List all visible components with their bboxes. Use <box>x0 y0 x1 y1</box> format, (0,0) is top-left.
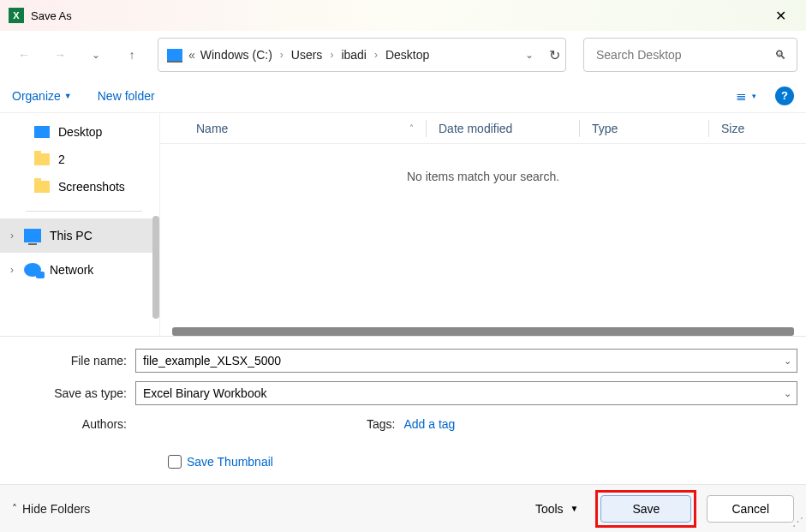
sort-indicator-icon: ˄ <box>409 123 414 133</box>
filename-label: File name: <box>9 354 135 368</box>
search-input[interactable] <box>594 47 774 63</box>
savetype-label: Save as type: <box>9 386 135 400</box>
filename-input[interactable] <box>136 350 778 372</box>
folder-icon <box>34 181 50 193</box>
sidebar-group-network[interactable]: › Network <box>0 253 159 287</box>
tools-menu[interactable]: Tools ▼ <box>535 502 579 516</box>
breadcrumb-dropdown[interactable]: ⌄ <box>525 49 534 61</box>
network-icon <box>24 263 41 277</box>
organize-menu[interactable]: Organize ▼ <box>12 89 72 103</box>
column-headers: Name ˄ Date modified Type Size <box>160 113 806 144</box>
title-bar: X Save As ✕ <box>0 0 806 31</box>
filename-field[interactable]: ⌄ <box>135 349 797 373</box>
sidebar-item-label: Desktop <box>58 125 102 139</box>
sidebar-scrollbar[interactable] <box>152 216 159 319</box>
breadcrumb-seg-1[interactable]: ibadi <box>338 46 369 63</box>
chevron-right-icon: › <box>330 49 333 61</box>
savetype-input[interactable] <box>136 382 778 404</box>
save-thumbnail-checkbox[interactable] <box>168 455 182 469</box>
savetype-field[interactable]: ⌄ <box>135 381 797 405</box>
view-menu[interactable]: ≣ ▾ <box>729 85 763 107</box>
new-folder-label: New folder <box>98 89 155 103</box>
search-box[interactable]: 🔍︎ <box>583 38 797 72</box>
filename-dropdown[interactable]: ⌄ <box>778 356 797 367</box>
new-folder-button[interactable]: New folder <box>98 89 155 103</box>
caret-down-icon: ▼ <box>570 504 579 513</box>
chevron-right-icon: › <box>374 49 378 61</box>
sidebar-item-label: Screenshots <box>58 180 125 194</box>
authors-label: Authors: <box>9 417 135 431</box>
column-label: Date modified <box>439 122 512 135</box>
sidebar: Desktop 2 Screenshots › This PC › Networ… <box>0 113 159 336</box>
up-button[interactable]: ↑ <box>116 39 147 70</box>
sidebar-item-screenshots[interactable]: Screenshots <box>0 173 159 200</box>
column-date[interactable]: Date modified <box>427 122 579 135</box>
sidebar-group-this-pc[interactable]: › This PC <box>0 218 159 253</box>
recent-dropdown[interactable]: ⌄ <box>81 39 111 70</box>
column-size[interactable]: Size <box>709 122 761 135</box>
horizontal-scrollbar[interactable] <box>172 327 794 336</box>
window-title: Save As <box>31 9 763 22</box>
hide-folders-button[interactable]: ˄ Hide Folders <box>12 502 90 516</box>
empty-message: No items match your search. <box>160 170 806 183</box>
sidebar-item-label: 2 <box>58 152 65 166</box>
save-thumbnail-label[interactable]: Save Thumbnail <box>187 455 273 469</box>
column-type[interactable]: Type <box>580 122 708 135</box>
folder-icon <box>34 153 50 165</box>
add-tag-link[interactable]: Add a tag <box>403 417 455 431</box>
close-button[interactable]: ✕ <box>763 3 797 28</box>
tools-label: Tools <box>535 502 564 516</box>
toolbar: Organize ▼ New folder ≣ ▾ ? <box>0 79 806 113</box>
authors-input[interactable] <box>135 414 264 434</box>
breadcrumb-seg-0[interactable]: Users <box>289 46 325 63</box>
save-form: File name: ⌄ Save as type: ⌄ Authors: Ta… <box>0 336 806 472</box>
chevron-right-icon[interactable]: › <box>10 264 24 276</box>
pc-icon <box>24 229 41 242</box>
sidebar-item-desktop[interactable]: Desktop <box>0 118 159 146</box>
column-label: Type <box>592 122 618 135</box>
hide-folders-label: Hide Folders <box>22 502 90 516</box>
chevron-right-icon[interactable]: › <box>10 230 24 242</box>
column-label: Size <box>721 122 744 135</box>
sidebar-item-label: This PC <box>50 229 93 242</box>
sidebar-divider <box>26 211 142 212</box>
refresh-button[interactable]: ↻ <box>549 47 560 63</box>
tags-label: Tags: <box>367 417 395 431</box>
save-button[interactable]: Save <box>600 495 691 523</box>
file-list-area: Name ˄ Date modified Type Size No items … <box>159 113 806 336</box>
column-label: Name <box>196 122 228 135</box>
chevron-up-icon: ˄ <box>12 503 17 515</box>
search-icon[interactable]: 🔍︎ <box>774 48 786 62</box>
nav-bar: ← → ⌄ ↑ « Windows (C:) › Users › ibadi ›… <box>0 31 806 79</box>
breadcrumb-overflow[interactable]: « <box>188 48 195 62</box>
back-button[interactable]: ← <box>9 39 39 70</box>
chevron-right-icon: › <box>280 49 284 61</box>
excel-icon: X <box>9 8 24 23</box>
breadcrumb-seg-2[interactable]: Desktop <box>383 46 432 63</box>
forward-button[interactable]: → <box>45 39 75 70</box>
breadcrumb[interactable]: « Windows (C:) › Users › ibadi › Desktop… <box>158 38 566 72</box>
desktop-icon <box>34 126 50 138</box>
breadcrumb-drive[interactable]: Windows (C:) <box>198 46 275 63</box>
cancel-button[interactable]: Cancel <box>707 495 794 523</box>
organize-label: Organize <box>12 89 61 103</box>
save-button-highlight: Save <box>595 490 696 528</box>
savetype-dropdown[interactable]: ⌄ <box>778 388 797 399</box>
column-name[interactable]: Name ˄ <box>160 122 426 135</box>
sidebar-item-folder-2[interactable]: 2 <box>0 146 159 173</box>
drive-icon <box>167 49 182 61</box>
resize-grip[interactable]: ⋰ <box>792 518 804 530</box>
footer: ˄ Hide Folders Tools ▼ Save Cancel <box>0 484 806 532</box>
help-button[interactable]: ? <box>775 87 794 105</box>
main-area: Desktop 2 Screenshots › This PC › Networ… <box>0 113 806 336</box>
sidebar-item-label: Network <box>50 263 93 277</box>
caret-down-icon: ▼ <box>64 92 72 100</box>
